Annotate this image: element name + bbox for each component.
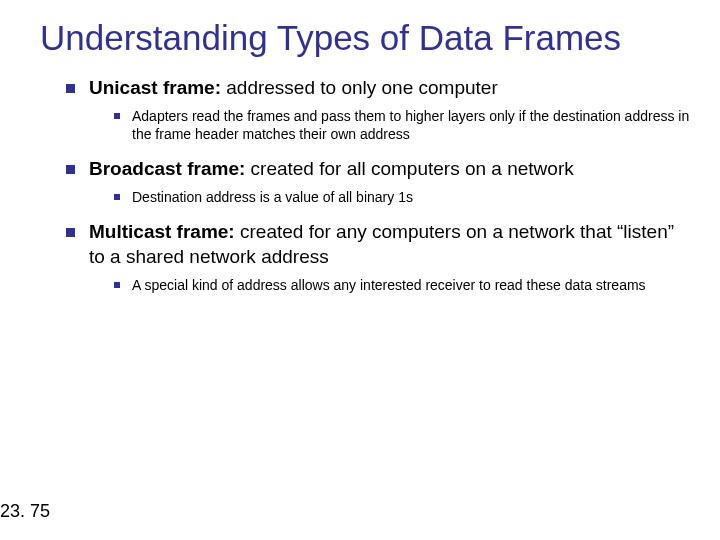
slide-title: Understanding Types of Data Frames [40,18,690,58]
bullet-level2: Adapters read the frames and pass them t… [114,107,690,143]
bullet-level1: Unicast frame: addressed to only one com… [66,76,690,101]
square-bullet-icon [114,113,120,119]
square-bullet-icon [66,84,75,93]
bullet-level1: Multicast frame: created for any compute… [66,220,690,269]
term-bold: Broadcast frame: [89,158,245,179]
bullet-text: Broadcast frame: created for all compute… [89,157,690,182]
square-bullet-icon [114,282,120,288]
sub-bullet-text: A special kind of address allows any int… [132,276,690,294]
term-rest: addressed to only one computer [221,77,498,98]
bullet-text: Unicast frame: addressed to only one com… [89,76,690,101]
bullet-text: Multicast frame: created for any compute… [89,220,690,269]
sub-bullet-text: Destination address is a value of all bi… [132,188,690,206]
term-bold: Multicast frame: [89,221,235,242]
square-bullet-icon [66,228,75,237]
page-number: 23. 75 [0,501,50,522]
bullet-level2: Destination address is a value of all bi… [114,188,690,206]
term-bold: Unicast frame: [89,77,221,98]
term-rest: created for all computers on a network [245,158,573,179]
sub-bullet-text: Adapters read the frames and pass them t… [132,107,690,143]
square-bullet-icon [66,165,75,174]
slide: Understanding Types of Data Frames Unica… [0,0,720,540]
square-bullet-icon [114,194,120,200]
bullet-level2: A special kind of address allows any int… [114,276,690,294]
bullet-level1: Broadcast frame: created for all compute… [66,157,690,182]
